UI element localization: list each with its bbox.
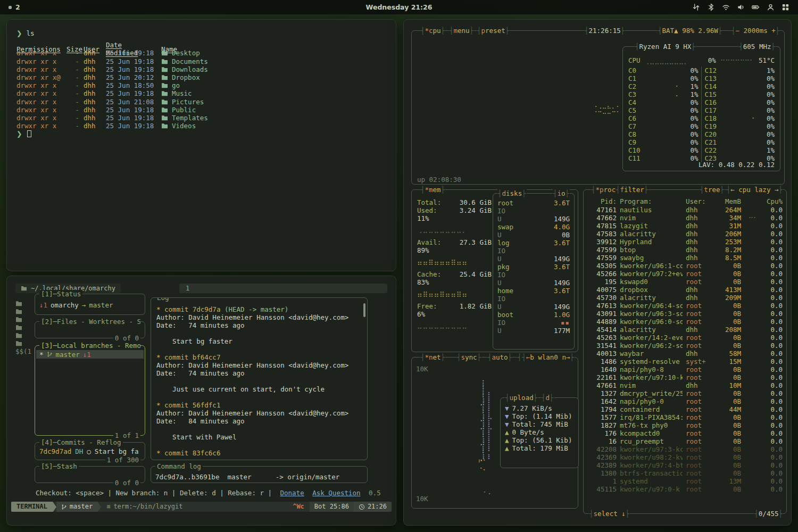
net-interface-selector[interactable]: ┤←b wlan0 n→├ bbox=[521, 353, 575, 361]
menu-button[interactable]: ┤menu├ bbox=[449, 27, 474, 35]
process-row[interactable]: 45115 kworker/u97:0-k root 0B 0.0 bbox=[584, 485, 786, 493]
donate-link[interactable]: Donate bbox=[280, 489, 304, 497]
process-row[interactable]: 1 systemd root 13M 0.0 bbox=[584, 477, 786, 485]
battery-icon[interactable] bbox=[752, 3, 760, 11]
process-row[interactable]: 40013 waybar dhh 58M 0.0 bbox=[584, 350, 786, 358]
process-row[interactable]: 47661 nvim dhh 10M 0.0 bbox=[584, 381, 786, 389]
process-row[interactable]: 44889 kworker/u96:0-sd root 0B 0.0 bbox=[584, 318, 786, 326]
folder-icon bbox=[161, 99, 168, 105]
process-row[interactable]: 47599 btop dhh 8.2M 0.0 bbox=[584, 246, 786, 254]
process-name: kworker/u97:4-bt bbox=[620, 461, 683, 469]
command-log-panel[interactable]: Command log 7dc9d7a..b3691be master -> o… bbox=[151, 466, 368, 483]
cpu-panel-title[interactable]: ┤*cpu├ bbox=[420, 27, 445, 35]
process-row[interactable]: 47662 nvim dhh 34M ⠒⠂ 0.0 bbox=[584, 214, 786, 222]
mem-panel-title[interactable]: ┤*mem├ bbox=[420, 186, 445, 194]
process-row[interactable]: 42369 kworker/u98:2-kv root 0B 0.0 bbox=[584, 453, 786, 461]
process-row[interactable]: 45266 kworker/u97:2+ev root 0B 0.0 bbox=[584, 270, 786, 278]
process-row[interactable]: 31541 kworker/u96:2-sd root 0B 0.0 bbox=[584, 342, 786, 350]
process-row[interactable]: 47613 kworker/u96:4-sd root 0B 0.0 bbox=[584, 302, 786, 310]
commits-panel[interactable]: [4]─Commits - Reflog 7dc9d7ad DH ○ Start… bbox=[35, 442, 145, 460]
process-row[interactable]: 47583 alacritty dhh 206M 0.0 bbox=[584, 230, 786, 238]
process-row[interactable]: 47815 lazygit dhh 31M 0.0 bbox=[584, 222, 786, 230]
load-average: LAV: 0.48 0.22 0.12 bbox=[699, 161, 775, 169]
process-row[interactable]: 22161 kworker/u97:10-k root 0B 0.0 bbox=[584, 373, 786, 381]
process-row[interactable]: 195 kswapd0 root 0B 0.0 bbox=[584, 278, 786, 286]
sort-selector[interactable]: ┤← cpu lazy →├ bbox=[726, 186, 783, 194]
net-panel-title[interactable]: ┤*net├ bbox=[420, 353, 445, 361]
apps-grid-icon[interactable] bbox=[782, 3, 789, 11]
file-tree-sidebar[interactable]: $$(1 bbox=[15, 300, 34, 355]
nvim-statusline: TERMINAL master ≡ term:~/bin/lazygit ^Wc… bbox=[11, 502, 392, 512]
account-icon[interactable] bbox=[767, 3, 775, 11]
detail-key[interactable]: ┤d├ bbox=[541, 394, 554, 402]
current-marker: * bbox=[39, 351, 44, 359]
process-row[interactable]: 45414 alacritty dhh 208M 0.0 bbox=[584, 326, 786, 334]
file-name: Downloads bbox=[172, 65, 208, 73]
bluetooth-icon[interactable] bbox=[707, 3, 715, 11]
process-memory: 31M bbox=[717, 222, 741, 230]
io-toggle[interactable]: ┤io├ bbox=[553, 189, 570, 197]
volume-icon[interactable] bbox=[737, 3, 745, 11]
process-row[interactable]: 1640 napi/phy0-8 root 0B 0.0 bbox=[584, 365, 786, 373]
process-name: kworker/u97:2+ev bbox=[620, 270, 683, 278]
select-hint[interactable]: ┤select ↓├ bbox=[589, 510, 630, 518]
log-scrollbar[interactable] bbox=[363, 303, 365, 317]
net-sync-toggle[interactable]: ┤sync├ bbox=[456, 353, 481, 361]
update-interval-control[interactable]: ┤− 2000ms +├ bbox=[731, 27, 780, 35]
status-panel[interactable]: [1]─Status ↓1 omarchy → master bbox=[35, 294, 145, 315]
process-row[interactable]: 45263 kworker/14:2-eve root 0B 0.0 bbox=[584, 334, 786, 342]
process-row[interactable]: 45305 kworker/u96:1-co root 0B 0.0 bbox=[584, 262, 786, 270]
process-row[interactable]: 40075 dropbox dhh 413M 0.0 bbox=[584, 286, 786, 294]
shell-prompt: ❯ bbox=[16, 29, 22, 37]
branches-panel[interactable]: [3]─Local branches - Remo * master ↓1 1 … bbox=[35, 345, 145, 436]
files-panel[interactable]: [2]─Files - Worktrees - S 0 of 0 bbox=[35, 321, 145, 338]
process-row[interactable]: 39912 Hyprland dhh 253M 0.0 bbox=[584, 238, 786, 246]
file-name-cell: Pictures bbox=[161, 98, 388, 106]
process-row[interactable]: 1486 systemd-resolve syst+ 15M 0.0 bbox=[584, 358, 786, 365]
file-owner: dhh bbox=[84, 114, 102, 122]
process-row[interactable]: 43091 kworker/u96:3-sd root 0B 0.0 bbox=[584, 310, 786, 318]
process-row[interactable]: 1327 dmcrypt_write/25 root 0B 0.0 bbox=[584, 389, 786, 397]
log-panel[interactable]: Log * commit 7dc9d7a (HEAD -> master) Au… bbox=[151, 297, 368, 460]
process-user: dhh bbox=[686, 230, 713, 238]
process-row[interactable]: 47161 nautilus dhh 264M 0.0 bbox=[584, 206, 786, 214]
disk-line-value: 177M bbox=[554, 327, 570, 335]
pending-keys: ^Wc bbox=[293, 503, 304, 511]
process-row[interactable]: 1794 containerd root 44M 0.0 bbox=[584, 405, 786, 413]
terminal-ls-window[interactable]: ❯ls Permissions Size User Date Modified … bbox=[6, 19, 396, 271]
process-memory: 0B bbox=[717, 437, 741, 445]
process-row[interactable]: 1642 napi/phy0-0 root 0B 0.0 bbox=[584, 397, 786, 405]
workspace-indicator[interactable]: 2 bbox=[9, 3, 20, 11]
process-row[interactable]: 1380 btrfs-transactio root 0B 0.0 bbox=[584, 469, 786, 477]
process-row[interactable]: 1577 irq/81-PIXA3854: root 0B 0.0 bbox=[584, 413, 786, 421]
process-row[interactable]: 42389 kworker/u97:4-bt root 0B 0.0 bbox=[584, 461, 786, 469]
tab-strip[interactable]: 1 bbox=[179, 284, 387, 293]
process-row[interactable]: 1827 mt76-tx phy0 root 0B 0.0 bbox=[584, 421, 786, 429]
btop-window[interactable]: ┤*cpu├ ┤menu├ ┤preset├ ┤21:26:15├ ┤BAT▲ … bbox=[403, 19, 792, 526]
stash-panel[interactable]: [5]─Stash 0 of 0 bbox=[35, 466, 145, 483]
filter-button[interactable]: ┤filter├ bbox=[616, 186, 649, 194]
file-permissions: drwxr xr x bbox=[16, 49, 62, 57]
net-scale-top: 10K bbox=[416, 365, 428, 373]
lazygit-window[interactable]: ~/.local/share/omarchy 1 $$(1 [1]─Status… bbox=[6, 276, 396, 526]
updates-icon[interactable] bbox=[692, 3, 700, 11]
process-row[interactable]: 176 kcompactd0 root 0B 0.0 bbox=[584, 429, 786, 437]
process-row[interactable]: 42208 kworker/u97:3-kc root 0B 0.0 bbox=[584, 445, 786, 453]
wifi-icon[interactable] bbox=[722, 3, 730, 11]
preset-button[interactable]: ┤preset├ bbox=[477, 27, 510, 35]
file-permissions: drwxr xr x bbox=[16, 98, 62, 106]
mem-total-row: Total:30.6 GiB bbox=[417, 198, 492, 206]
process-row[interactable]: 47559 swaybg dhh 8.5M 0.0 bbox=[584, 254, 786, 262]
net-auto-toggle[interactable]: ┤auto├ bbox=[487, 353, 512, 361]
file-permissions: drwxr xr x bbox=[16, 106, 62, 114]
tree-toggle[interactable]: ┤tree├ bbox=[700, 186, 725, 194]
process-row[interactable]: 45730 alacritty dhh 209M 0.0 bbox=[584, 294, 786, 302]
process-memory: 0B bbox=[717, 373, 741, 381]
lazygit-version: 0.52.0 bbox=[369, 489, 380, 497]
process-row[interactable]: 16 rcu_preempt root 0B 0.0 bbox=[584, 437, 786, 445]
disks-title[interactable]: ┤disks├ bbox=[497, 189, 527, 197]
tab-1[interactable]: 1 bbox=[186, 285, 189, 293]
process-user: dhh bbox=[686, 381, 713, 389]
ask-question-link[interactable]: Ask Question bbox=[312, 489, 360, 497]
selected-branch-row[interactable]: * master ↓1 bbox=[36, 350, 144, 359]
